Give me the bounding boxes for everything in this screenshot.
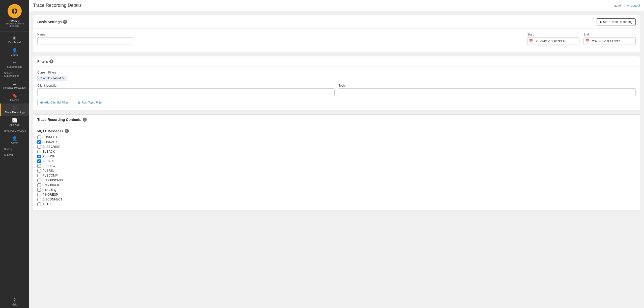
mqtt-checkbox-pubrec[interactable] xyxy=(37,164,41,168)
basic-settings-form-row: Name Start 📅 End 📅 xyxy=(37,33,636,45)
mqtt-checkbox-item: SUBACK xyxy=(37,150,636,153)
brand-name: HIVEMQ xyxy=(10,20,19,23)
mqtt-checkbox-item: PUBREC xyxy=(37,164,636,168)
retained-messages-icon: ☰ xyxy=(13,81,16,86)
end-label: End xyxy=(583,33,636,36)
mqtt-label-publish: PUBLISH xyxy=(42,155,55,158)
logout-icon: ↪ xyxy=(627,4,630,7)
sidebar-item-backup[interactable]: Backup xyxy=(0,146,29,152)
mqtt-checkbox-pingresp[interactable] xyxy=(37,193,41,196)
topic-label: Topic xyxy=(339,84,636,87)
sidebar-item-help[interactable]: ? Help xyxy=(0,296,29,308)
mqtt-checkbox-connect[interactable] xyxy=(37,135,41,139)
mqtt-label-pingreq: PINGREQ xyxy=(42,188,56,192)
sidebar-label-dashboard: Dashboard xyxy=(8,41,21,44)
topic-group: Topic xyxy=(339,84,636,96)
start-datetime-input[interactable] xyxy=(535,38,579,44)
logout-link[interactable]: ↪ Logout xyxy=(627,4,640,7)
mqtt-label-pubrec: PUBREC xyxy=(42,164,55,168)
basic-settings-help-icon[interactable]: ? xyxy=(63,20,67,24)
add-clientid-filter-button[interactable]: ⊕ Add ClientId Filter xyxy=(37,99,71,106)
sidebar-item-support[interactable]: Support xyxy=(0,152,29,158)
sidebar-label-shared-subscriptions: Shared Subscriptions xyxy=(4,72,27,77)
filter-tag-clientid: ClientID clientid ✕ xyxy=(37,76,67,81)
mqtt-checkbox-connack[interactable] xyxy=(37,140,41,144)
trace-contents-title: Trace Recording Contents ? xyxy=(37,118,87,122)
filters-title: Filters ? xyxy=(37,59,53,63)
mqtt-label-connack: CONNACK xyxy=(42,140,57,144)
filters-card: Filters ? Current Filters ClientID clien… xyxy=(33,56,640,110)
end-calendar-icon: 📅 xyxy=(584,39,591,43)
name-input[interactable] xyxy=(37,37,133,45)
add-clientid-filter-label: Add ClientId Filter xyxy=(44,101,68,104)
client-identifier-label: Client Identifier xyxy=(37,84,335,87)
filters-header: Filters ? xyxy=(33,56,640,67)
start-calendar-icon: 📅 xyxy=(528,39,535,43)
sidebar-label-support: Support xyxy=(4,154,13,156)
filter-actions: ⊕ Add ClientId Filter ⊕ Add Topic Filter xyxy=(37,99,636,106)
basic-settings-title: Basic Settings ? xyxy=(37,20,67,24)
trace-contents-body: MQTT Messages ? CONNECTCONNACKSUBSCRIBES… xyxy=(33,125,640,210)
sidebar-item-clients[interactable]: 👤 Clients xyxy=(0,46,29,58)
sidebar-label-analytics: Analytics xyxy=(9,123,19,126)
mqtt-checkbox-unsuback[interactable] xyxy=(37,183,41,187)
dashboard-icon: ⊞ xyxy=(13,36,16,40)
page-content: Basic Settings ? ▶ Start Trace Recording… xyxy=(29,11,644,308)
mqtt-label-auth: AUTH xyxy=(42,202,51,206)
mqtt-checkbox-pubcomp[interactable] xyxy=(37,174,41,177)
trace-contents-help-icon[interactable]: ? xyxy=(83,118,87,122)
sidebar-item-dashboard[interactable]: ⊞ Dashboard xyxy=(0,33,29,46)
filter-tag-remove-button[interactable]: ✕ xyxy=(62,77,65,80)
username: admin xyxy=(614,4,622,7)
name-form-group: Name xyxy=(37,33,523,45)
mqtt-label-pingresp: PINGRESP xyxy=(42,193,58,196)
topbar: Trace Recording Details admin | ↪ Logout xyxy=(29,0,644,11)
sidebar-item-analytics[interactable]: 📈 Analytics xyxy=(0,116,29,128)
mqtt-checkbox-item: PINGREQ xyxy=(37,188,636,192)
mqtt-checkbox-publish[interactable] xyxy=(37,155,41,158)
sidebar-item-dropped-messages[interactable]: Dropped Messages xyxy=(0,128,29,134)
mqtt-label-subscribe: SUBSCRIBE xyxy=(42,145,60,149)
mqtt-checkbox-suback[interactable] xyxy=(37,150,41,153)
mqtt-messages-list: CONNECTCONNACKSUBSCRIBESUBACKPUBLISHPUBA… xyxy=(37,135,636,206)
filters-help-icon[interactable]: ? xyxy=(49,59,53,63)
end-form-group: End 📅 xyxy=(583,33,636,45)
mqtt-checkbox-disconnect[interactable] xyxy=(37,198,41,201)
mqtt-checkbox-subscribe[interactable] xyxy=(37,145,41,149)
sidebar-item-retained-messages[interactable]: ☰ Retained Messages xyxy=(0,79,29,91)
user-info: admin | ↪ Logout xyxy=(614,4,640,7)
mqtt-messages-help-icon[interactable]: ? xyxy=(65,129,69,133)
mqtt-checkbox-pingreq[interactable] xyxy=(37,188,41,192)
mqtt-checkbox-unsubscribe[interactable] xyxy=(37,179,41,182)
sidebar-label-clients: Clients xyxy=(11,53,18,56)
mqtt-label-pubcomp: PUBCOMP xyxy=(42,174,58,177)
end-datetime-input[interactable] xyxy=(591,38,635,44)
add-topic-filter-button[interactable]: ⊕ Add Topic Filter xyxy=(75,99,105,106)
add-topic-filter-label: Add Topic Filter xyxy=(82,101,102,104)
sidebar-label-help: Help xyxy=(12,303,17,306)
brand-tagline: ENTERPRISE MQTT BROKER xyxy=(2,23,27,27)
add-clientid-plus-icon: ⊕ xyxy=(40,100,43,105)
mqtt-checkbox-item: PINGRESP xyxy=(37,193,636,196)
mqtt-checkbox-auth[interactable] xyxy=(37,202,41,206)
start-form-group: Start 📅 xyxy=(527,33,579,45)
mqtt-checkbox-item: PUBACK xyxy=(37,159,636,163)
client-identifier-input[interactable] xyxy=(37,88,335,96)
sidebar-item-shared-subscriptions[interactable]: Shared Subscriptions xyxy=(0,70,29,79)
topic-input[interactable] xyxy=(339,88,636,96)
sidebar-item-subscriptions[interactable]: ↔ Subscriptions xyxy=(0,58,29,70)
start-trace-recording-button[interactable]: ▶ Start Trace Recording xyxy=(597,18,636,25)
mqtt-checkbox-puback[interactable] xyxy=(37,159,41,163)
name-label: Name xyxy=(37,33,523,36)
mqtt-checkbox-pubrel[interactable] xyxy=(37,169,41,173)
mqtt-messages-title: MQTT Messages ? xyxy=(37,129,636,133)
sidebar-item-admin[interactable]: 👤 Admin xyxy=(0,134,29,146)
trace-contents-card: Trace Recording Contents ? MQTT Messages… xyxy=(33,114,640,210)
filter-inputs-row: Client Identifier Topic xyxy=(37,84,636,96)
subscriptions-icon: ↔ xyxy=(13,60,17,65)
sidebar-item-license[interactable]: 🔖 License xyxy=(0,91,29,104)
sidebar-item-trace-recordings[interactable]: ⬛ Trace Recordings xyxy=(0,104,29,116)
sidebar-label-license: License xyxy=(10,99,19,101)
sidebar-logo: HIVEMQ ENTERPRISE MQTT BROKER xyxy=(0,0,29,31)
mqtt-checkbox-item: PUBCOMP xyxy=(37,174,636,177)
